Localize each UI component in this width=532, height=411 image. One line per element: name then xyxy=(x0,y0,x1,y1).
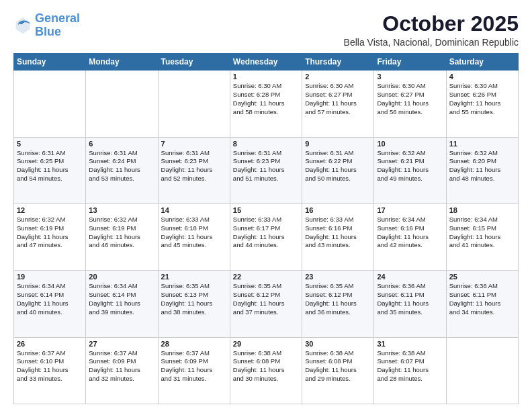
calendar-cell xyxy=(14,71,86,137)
calendar-cell: 29Sunrise: 6:38 AM Sunset: 6:08 PM Dayli… xyxy=(230,337,302,404)
logo-icon xyxy=(13,16,32,35)
calendar-cell: 23Sunrise: 6:35 AM Sunset: 6:12 PM Dayli… xyxy=(302,271,374,337)
day-info: Sunrise: 6:31 AM Sunset: 6:22 PM Dayligh… xyxy=(305,149,371,183)
day-info: Sunrise: 6:36 AM Sunset: 6:11 PM Dayligh… xyxy=(449,282,515,316)
day-number: 23 xyxy=(305,273,371,281)
day-number: 1 xyxy=(233,73,299,81)
day-info: Sunrise: 6:33 AM Sunset: 6:18 PM Dayligh… xyxy=(161,216,227,250)
calendar-cell: 17Sunrise: 6:34 AM Sunset: 6:16 PM Dayli… xyxy=(374,203,446,270)
day-info: Sunrise: 6:37 AM Sunset: 6:09 PM Dayligh… xyxy=(161,349,227,383)
header-row: SundayMondayTuesdayWednesdayThursdayFrid… xyxy=(14,54,519,71)
day-number: 21 xyxy=(161,273,227,281)
day-info: Sunrise: 6:32 AM Sunset: 6:21 PM Dayligh… xyxy=(377,149,443,183)
day-info: Sunrise: 6:30 AM Sunset: 6:27 PM Dayligh… xyxy=(305,82,371,116)
day-number: 14 xyxy=(161,206,227,214)
calendar-cell xyxy=(446,337,518,404)
calendar-cell: 6Sunrise: 6:31 AM Sunset: 6:24 PM Daylig… xyxy=(86,137,158,203)
calendar-cell: 4Sunrise: 6:30 AM Sunset: 6:26 PM Daylig… xyxy=(446,71,518,137)
logo-text: General Blue xyxy=(35,12,80,39)
day-info: Sunrise: 6:35 AM Sunset: 6:12 PM Dayligh… xyxy=(233,282,299,316)
day-number: 17 xyxy=(377,206,443,214)
day-info: Sunrise: 6:31 AM Sunset: 6:23 PM Dayligh… xyxy=(161,149,227,183)
day-info: Sunrise: 6:30 AM Sunset: 6:27 PM Dayligh… xyxy=(377,82,443,116)
day-info: Sunrise: 6:36 AM Sunset: 6:11 PM Dayligh… xyxy=(377,282,443,316)
page: General Blue October 2025 Bella Vista, N… xyxy=(0,0,532,411)
day-number: 11 xyxy=(449,140,515,148)
day-number: 16 xyxy=(305,206,371,214)
svg-marker-0 xyxy=(16,17,30,34)
calendar-table: SundayMondayTuesdayWednesdayThursdayFrid… xyxy=(13,53,519,404)
calendar-cell: 20Sunrise: 6:34 AM Sunset: 6:14 PM Dayli… xyxy=(86,271,158,337)
day-info: Sunrise: 6:30 AM Sunset: 6:28 PM Dayligh… xyxy=(233,82,299,116)
logo-blue: Blue xyxy=(35,25,61,38)
day-number: 18 xyxy=(449,206,515,214)
calendar-cell: 3Sunrise: 6:30 AM Sunset: 6:27 PM Daylig… xyxy=(374,71,446,137)
col-header-wednesday: Wednesday xyxy=(230,54,302,71)
col-header-friday: Friday xyxy=(374,54,446,71)
day-number: 25 xyxy=(449,273,515,281)
calendar-cell: 27Sunrise: 6:37 AM Sunset: 6:09 PM Dayli… xyxy=(86,337,158,404)
calendar-cell: 31Sunrise: 6:38 AM Sunset: 6:07 PM Dayli… xyxy=(374,337,446,404)
day-info: Sunrise: 6:38 AM Sunset: 6:08 PM Dayligh… xyxy=(305,349,371,383)
calendar-cell: 1Sunrise: 6:30 AM Sunset: 6:28 PM Daylig… xyxy=(230,71,302,137)
calendar-cell: 8Sunrise: 6:31 AM Sunset: 6:23 PM Daylig… xyxy=(230,137,302,203)
day-number: 9 xyxy=(305,140,371,148)
calendar-cell: 14Sunrise: 6:33 AM Sunset: 6:18 PM Dayli… xyxy=(158,203,230,270)
calendar-cell: 7Sunrise: 6:31 AM Sunset: 6:23 PM Daylig… xyxy=(158,137,230,203)
day-number: 7 xyxy=(161,140,227,148)
day-info: Sunrise: 6:34 AM Sunset: 6:14 PM Dayligh… xyxy=(17,282,83,316)
day-number: 2 xyxy=(305,73,371,81)
day-number: 15 xyxy=(233,206,299,214)
col-header-saturday: Saturday xyxy=(446,54,518,71)
calendar-cell: 30Sunrise: 6:38 AM Sunset: 6:08 PM Dayli… xyxy=(302,337,374,404)
day-info: Sunrise: 6:34 AM Sunset: 6:15 PM Dayligh… xyxy=(449,216,515,250)
day-info: Sunrise: 6:33 AM Sunset: 6:17 PM Dayligh… xyxy=(233,216,299,250)
day-number: 30 xyxy=(305,340,371,348)
day-info: Sunrise: 6:35 AM Sunset: 6:13 PM Dayligh… xyxy=(161,282,227,316)
day-number: 24 xyxy=(377,273,443,281)
header: General Blue October 2025 Bella Vista, N… xyxy=(13,12,519,48)
calendar-cell: 10Sunrise: 6:32 AM Sunset: 6:21 PM Dayli… xyxy=(374,137,446,203)
calendar-subtitle: Bella Vista, Nacional, Dominican Republi… xyxy=(344,37,519,48)
day-info: Sunrise: 6:38 AM Sunset: 6:07 PM Dayligh… xyxy=(377,349,443,383)
calendar-cell: 26Sunrise: 6:37 AM Sunset: 6:10 PM Dayli… xyxy=(14,337,86,404)
calendar-cell: 22Sunrise: 6:35 AM Sunset: 6:12 PM Dayli… xyxy=(230,271,302,337)
calendar-cell xyxy=(158,71,230,137)
day-info: Sunrise: 6:32 AM Sunset: 6:19 PM Dayligh… xyxy=(17,216,83,250)
calendar-cell: 11Sunrise: 6:32 AM Sunset: 6:20 PM Dayli… xyxy=(446,137,518,203)
calendar-title: October 2025 xyxy=(344,12,519,36)
calendar-cell: 18Sunrise: 6:34 AM Sunset: 6:15 PM Dayli… xyxy=(446,203,518,270)
day-info: Sunrise: 6:31 AM Sunset: 6:24 PM Dayligh… xyxy=(89,149,154,183)
calendar-cell: 12Sunrise: 6:32 AM Sunset: 6:19 PM Dayli… xyxy=(14,203,86,270)
week-row-0: 1Sunrise: 6:30 AM Sunset: 6:28 PM Daylig… xyxy=(14,71,519,137)
day-info: Sunrise: 6:30 AM Sunset: 6:26 PM Dayligh… xyxy=(449,82,515,116)
day-info: Sunrise: 6:37 AM Sunset: 6:10 PM Dayligh… xyxy=(17,349,83,383)
day-info: Sunrise: 6:35 AM Sunset: 6:12 PM Dayligh… xyxy=(305,282,371,316)
day-info: Sunrise: 6:32 AM Sunset: 6:20 PM Dayligh… xyxy=(449,149,515,183)
day-info: Sunrise: 6:31 AM Sunset: 6:23 PM Dayligh… xyxy=(233,149,299,183)
day-number: 31 xyxy=(377,340,443,348)
day-number: 28 xyxy=(161,340,227,348)
calendar-cell: 25Sunrise: 6:36 AM Sunset: 6:11 PM Dayli… xyxy=(446,271,518,337)
logo-general: General xyxy=(35,11,80,25)
week-row-2: 12Sunrise: 6:32 AM Sunset: 6:19 PM Dayli… xyxy=(14,203,519,270)
day-number: 22 xyxy=(233,273,299,281)
calendar-cell: 15Sunrise: 6:33 AM Sunset: 6:17 PM Dayli… xyxy=(230,203,302,270)
day-number: 27 xyxy=(89,340,154,348)
col-header-thursday: Thursday xyxy=(302,54,374,71)
col-header-sunday: Sunday xyxy=(14,54,86,71)
calendar-cell: 24Sunrise: 6:36 AM Sunset: 6:11 PM Dayli… xyxy=(374,271,446,337)
calendar-cell: 19Sunrise: 6:34 AM Sunset: 6:14 PM Dayli… xyxy=(14,271,86,337)
day-info: Sunrise: 6:33 AM Sunset: 6:16 PM Dayligh… xyxy=(305,216,371,250)
logo: General Blue xyxy=(13,12,80,39)
day-number: 13 xyxy=(89,206,154,214)
day-number: 5 xyxy=(17,140,83,148)
calendar-cell: 13Sunrise: 6:32 AM Sunset: 6:19 PM Dayli… xyxy=(86,203,158,270)
calendar-cell: 16Sunrise: 6:33 AM Sunset: 6:16 PM Dayli… xyxy=(302,203,374,270)
calendar-cell: 21Sunrise: 6:35 AM Sunset: 6:13 PM Dayli… xyxy=(158,271,230,337)
day-number: 3 xyxy=(377,73,443,81)
day-info: Sunrise: 6:34 AM Sunset: 6:16 PM Dayligh… xyxy=(377,216,443,250)
week-row-4: 26Sunrise: 6:37 AM Sunset: 6:10 PM Dayli… xyxy=(14,337,519,404)
day-number: 10 xyxy=(377,140,443,148)
calendar-cell: 5Sunrise: 6:31 AM Sunset: 6:25 PM Daylig… xyxy=(14,137,86,203)
